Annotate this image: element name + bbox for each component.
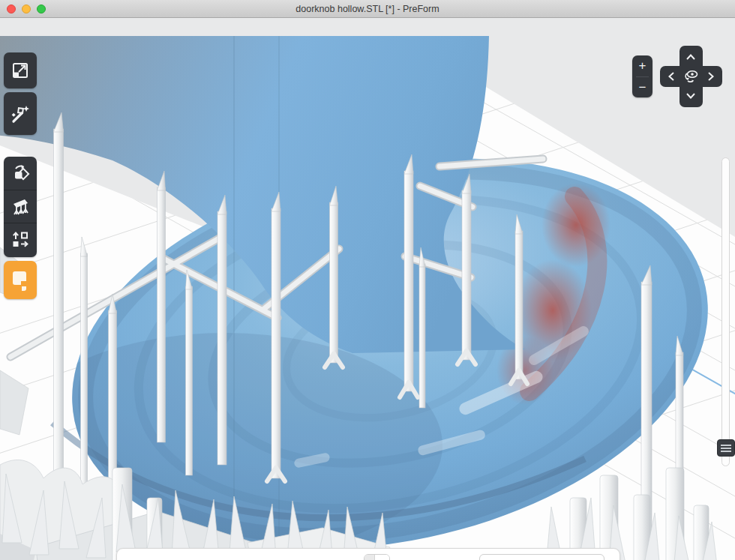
rotate-down-button[interactable] (681, 86, 700, 106)
tool-size-button[interactable] (4, 52, 37, 88)
zoom-controls: + − (632, 55, 652, 97)
tool-layout-button[interactable] (4, 223, 37, 256)
window-title: doorknob hollow.STL [*] - PreForm (296, 4, 439, 14)
tool-print-button[interactable] (4, 261, 37, 299)
print-settings-selector[interactable]: Form 2, White 01, 0.1 mm (479, 554, 604, 560)
layer-slider-handle[interactable] (717, 439, 735, 457)
rotate-left-button[interactable] (662, 67, 681, 86)
layer-slider-track[interactable] (722, 157, 730, 466)
close-button[interactable] (7, 4, 16, 13)
status-bar: Volume 48.23 mL Layers 1009 Print Time -… (116, 548, 620, 560)
rotate-up-button[interactable] (681, 47, 700, 67)
magic-wand-icon (10, 103, 31, 124)
chevron-down-icon (686, 93, 695, 99)
title-bar: doorknob hollow.STL [*] - PreForm (0, 0, 735, 18)
zoom-in-button[interactable]: + (632, 55, 652, 76)
rotate-right-button[interactable] (701, 67, 721, 86)
fullscreen-button[interactable] (37, 4, 46, 13)
minimize-button[interactable] (22, 4, 31, 13)
preform-window: doorknob hollow.STL [*] - PreForm (0, 0, 735, 560)
viewport-3d-scene[interactable] (0, 18, 735, 560)
zoom-out-button[interactable]: − (632, 77, 652, 98)
chevron-left-icon (668, 72, 674, 81)
tool-orientation-button[interactable] (4, 157, 37, 190)
refresh-button[interactable] (375, 555, 388, 560)
orbit-eye-icon (682, 69, 699, 84)
tool-supports-button[interactable] (4, 190, 37, 223)
chevron-up-icon (686, 54, 695, 60)
viewport-3d[interactable]: + − (0, 18, 735, 560)
scale-icon (10, 61, 30, 80)
print-time-control[interactable]: -- (364, 554, 390, 560)
chevron-right-icon (708, 72, 714, 81)
orbit-view-button[interactable] (681, 67, 700, 86)
print-cartridge-icon (10, 269, 30, 292)
supports-icon (10, 196, 31, 217)
layers-icon (721, 445, 731, 446)
print-time-value: -- (364, 555, 375, 560)
view-rotation-pad (660, 46, 722, 107)
tool-group (4, 157, 37, 257)
tool-one-click-print-button[interactable] (4, 92, 37, 135)
rotate-cube-icon (10, 163, 31, 184)
traffic-lights (7, 4, 46, 13)
layout-icon (10, 229, 31, 250)
